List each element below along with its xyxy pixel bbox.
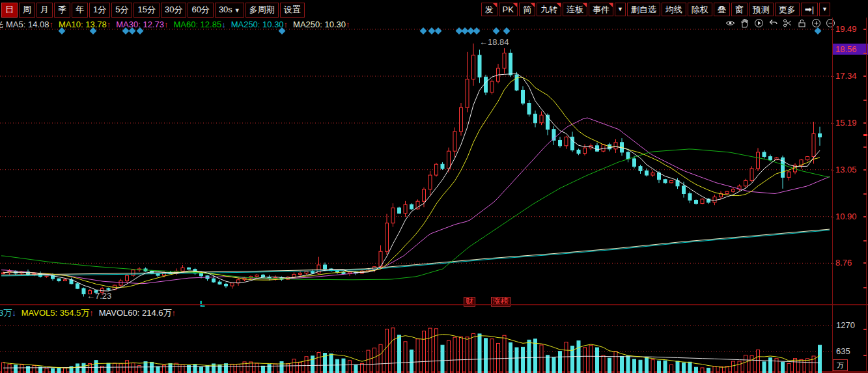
edge-tick [863,287,867,288]
ma-label-ma5: MA5: 14.08↑ [6,20,56,29]
hand-icon[interactable] [740,18,749,28]
toolbar-jump-end[interactable]: ➡| [801,3,818,16]
event-diamond-icon[interactable] [473,27,481,35]
event-diamond-icon[interactable] [420,27,427,35]
toolbar-forecast[interactable]: 预测 [749,3,774,16]
up-arrow-icon: ↑ [107,20,111,29]
toolbar-settings[interactable]: 设置 [280,3,305,18]
volume-axis-top: 1270 [836,320,855,330]
toolbar-multi-period[interactable]: 多周期 [245,3,279,18]
toolbar-period-year[interactable]: 年 [72,3,88,18]
up-arrow-icon: ↑ [49,20,54,29]
current-price-chip: 18.56 [832,44,868,55]
ma-label-ma250-b: MA250: 10.30↑ [293,20,352,29]
event-diamond-icon[interactable] [815,27,822,35]
play-icon[interactable] [754,18,764,28]
up-arrow-icon: ↑ [89,308,94,318]
ma-label-ma10: MA10: 13.78↑ [59,20,113,29]
chevron-down-icon: ▼ [234,7,240,14]
price-axis-label: 13.05 [835,165,857,174]
volume-legend-row: 3万↓MAVOL5: 354.5万↑MAVOL60: 214.6万↑ [0,307,181,319]
toolbar-overlay[interactable]: 叠 [714,3,730,16]
right-edge-border[interactable] [866,18,867,372]
low-annotation: ←7.23 [87,291,111,301]
mavol60-label: MAVOL60: 214.6万↑ [99,308,178,318]
ma-legend-row: 光MA5: 14.08↑MA10: 13.78↑MA30: 12.73↑MA60… [0,19,356,29]
price-axis-label: 8.76 [835,258,852,268]
event-diamond-icon[interactable] [435,27,442,35]
edge-tick [863,53,867,54]
edge-tick [863,146,867,148]
ma-label-ma30: MA30: 12.73↑ [116,20,171,29]
price-axis-label: 17.34 [835,71,857,81]
period-toolbar: 日周月季年1分5分15分30分60分30s▼多周期设置 [1,3,305,18]
mavol5-label: MAVOL5: 354.5万↑ [21,308,96,318]
zoom-out-icon[interactable] [826,18,835,28]
event-diamond-icon[interactable] [503,27,511,35]
ma-label-ma250-a: MA250: 10.30↑ [231,20,290,29]
edge-tick [863,100,867,101]
lock-icon[interactable] [797,18,807,28]
toolbar-period-30s[interactable]: 30s▼ [215,3,244,18]
toolbar-publish[interactable]: 发 [481,3,497,16]
scissors-icon[interactable] [783,18,792,28]
toolbar-period-1min[interactable]: 1分 [89,3,110,18]
toolbar-window[interactable]: 窗 [731,3,748,16]
toolbar-more-caret[interactable]: ▼ [819,3,830,16]
toolbar-period-30min[interactable]: 30分 [161,3,186,18]
toolbar-events-caret[interactable]: ▼ [615,3,626,16]
volume-axis-mid: 635 [836,346,850,356]
price-axis-label: 10.90 [835,212,857,221]
toolbar-period-60min[interactable]: 60分 [188,3,213,18]
toolbar-delete-watchlist[interactable]: 删自选 [627,3,660,16]
toolbar-period-month[interactable]: 月 [36,3,53,18]
event-diamond-icon[interactable] [493,27,500,35]
chart-toolbar-icons [725,18,835,28]
top-toolbar: 日周月季年1分5分15分30分60分30s▼多周期设置 发PK简九转连板事件▼删… [0,0,868,18]
edge-price-marker [863,134,867,136]
axis-border [832,18,833,372]
edge-tick [863,329,867,330]
eye-icon[interactable] [725,18,735,28]
high-annotation: ←18.84 [479,37,509,47]
up-arrow-icon: ↑ [284,20,288,29]
toolbar-simple[interactable]: 简 [519,3,535,16]
ma-label-ma60: MA60: 12.85↓ [173,20,228,29]
edge-tick [863,355,867,356]
price-axis-label: 19.49 [835,24,857,34]
volume-unit-box: 万 [833,359,848,371]
up-arrow-icon: ↑ [346,20,350,29]
down-arrow-icon: ↓ [12,308,16,318]
toolbar-period-week[interactable]: 周 [19,3,35,18]
toolbar-period-15min[interactable]: 15分 [133,3,159,18]
toolbar-exright[interactable]: 除权 [688,3,712,16]
stock-name-fragment: 光 [0,20,3,29]
toolbar-ma-lines[interactable]: 均线 [662,3,686,16]
up-arrow-icon: ↑ [172,308,176,318]
event-diamond-icon[interactable] [428,27,436,35]
down-arrow-icon: ↓ [221,20,226,29]
toolbar-period-5min[interactable]: 5分 [111,3,132,18]
pane-separator [0,304,868,305]
tools-toolbar: 发PK简九转连板事件▼删自选均线除权叠窗预测更多➡|▼ [481,3,830,16]
up-arrow-icon: ↑ [164,20,169,29]
price-axis-label: 15.19 [835,118,857,128]
toolbar-events[interactable]: 事件 [589,3,613,16]
main-chart-pane[interactable] [0,18,832,305]
toolbar-period-day[interactable]: 日 [1,3,18,18]
zoom-in-icon[interactable] [811,18,821,28]
undo-icon[interactable] [768,18,778,28]
edge-tick [863,240,867,242]
edge-tick [863,193,867,195]
toolbar-more[interactable]: 更多 [775,3,800,16]
toolbar-pk[interactable]: PK [499,3,518,16]
toolbar-nine-turn[interactable]: 九转 [537,3,561,16]
toolbar-lianban[interactable]: 连板 [563,3,587,16]
toolbar-period-quarter[interactable]: 季 [54,3,70,18]
vol-label: 3万↓ [0,308,19,318]
